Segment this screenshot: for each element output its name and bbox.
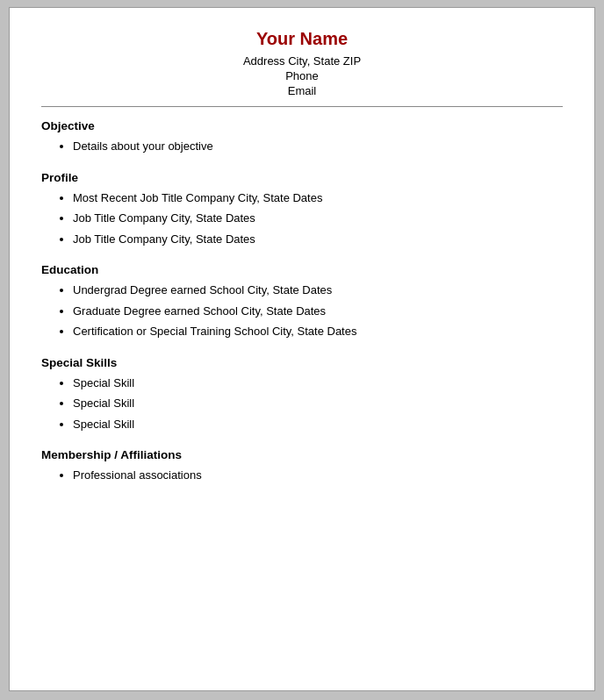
section-title-education: Education xyxy=(41,263,563,276)
list-item: Graduate Degree earned School City, Stat… xyxy=(73,303,563,320)
section-membership: Membership / AffiliationsProfessional as… xyxy=(41,448,563,484)
list-item: Professional associations xyxy=(73,467,563,484)
section-list-special-skills: Special SkillSpecial SkillSpecial Skill xyxy=(41,375,563,433)
list-item: Details about your objective xyxy=(73,138,563,155)
list-item: Job Title Company City, State Dates xyxy=(73,231,563,248)
section-list-objective: Details about your objective xyxy=(41,138,563,155)
section-list-membership: Professional associations xyxy=(41,467,563,484)
list-item: Job Title Company City, State Dates xyxy=(73,210,563,227)
resume-header: Your Name Address City, State ZIP Phone … xyxy=(41,29,563,97)
header-divider xyxy=(41,106,563,107)
section-title-profile: Profile xyxy=(41,171,563,184)
resume-page: Your Name Address City, State ZIP Phone … xyxy=(9,7,595,691)
list-item: Certification or Special Training School… xyxy=(73,323,563,340)
header-email: Email xyxy=(41,84,563,97)
list-item: Special Skill xyxy=(73,395,563,412)
sections-container: ObjectiveDetails about your objectivePro… xyxy=(41,119,563,484)
section-objective: ObjectiveDetails about your objective xyxy=(41,119,563,155)
list-item: Special Skill xyxy=(73,416,563,433)
section-education: EducationUndergrad Degree earned School … xyxy=(41,263,563,340)
header-name: Your Name xyxy=(41,29,563,49)
section-title-membership: Membership / Affiliations xyxy=(41,448,563,461)
list-item: Special Skill xyxy=(73,375,563,392)
section-title-objective: Objective xyxy=(41,119,563,132)
section-list-profile: Most Recent Job Title Company City, Stat… xyxy=(41,189,563,248)
section-special-skills: Special SkillsSpecial SkillSpecial Skill… xyxy=(41,356,563,433)
header-phone: Phone xyxy=(41,69,563,82)
header-address: Address City, State ZIP xyxy=(41,54,563,68)
list-item: Most Recent Job Title Company City, Stat… xyxy=(73,189,563,207)
section-profile: ProfileMost Recent Job Title Company Cit… xyxy=(41,171,563,248)
section-list-education: Undergrad Degree earned School City, Sta… xyxy=(41,282,563,340)
section-title-special-skills: Special Skills xyxy=(41,356,563,369)
list-item: Undergrad Degree earned School City, Sta… xyxy=(73,282,563,299)
